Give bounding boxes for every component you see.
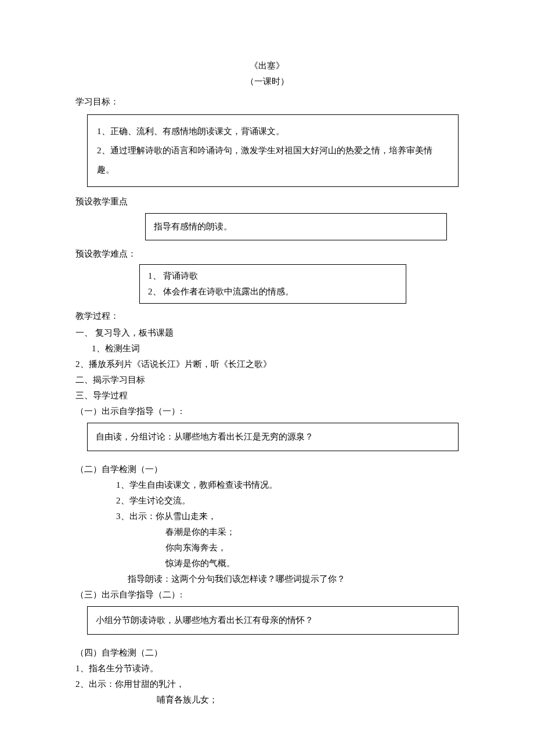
keypoint-text: 指导有感情的朗读。	[154, 218, 438, 235]
process-step3: 三、导学过程	[75, 388, 459, 404]
difficulty-2: 2、 体会作者在诗歌中流露出的情感。	[148, 284, 398, 300]
heading-keypoint: 预设教学重点	[75, 194, 459, 210]
process-step3-4-2: 2、出示：你用甘甜的乳汁，	[75, 676, 459, 692]
process-step3-4-label: （四）自学检测（二）	[75, 645, 459, 661]
objective-2: 2、通过理解诗歌的语言和吟诵诗句，激发学生对祖国大好河山的热爱之情，培养审美情趣…	[97, 141, 449, 179]
heading-process: 教学过程：	[75, 308, 459, 324]
doc-subtitle: （一课时）	[75, 74, 459, 89]
process-step3-4-1: 1、指名生分节读诗。	[75, 661, 459, 676]
process-step1-1: 1、检测生词	[75, 341, 459, 357]
process-step3-3-label: （三）出示自学指导（二）:	[75, 587, 459, 603]
keypoint-box: 指导有感情的朗读。	[145, 213, 447, 240]
selfstudy-box-1: 自由读，分组讨论：从哪些地方看出长江是无穷的源泉？	[87, 423, 459, 451]
selfstudy-box-2: 小组分节朗读诗歌，从哪些地方看出长江有母亲的情怀？	[87, 606, 459, 635]
process-step1: 一、 复习导入，板书课题	[75, 325, 459, 341]
process-step1-2: 2、播放系列片《话说长江》片断，听《长江之歌》	[75, 357, 459, 372]
process-step3-2-3c: 你向东海奔去，	[75, 540, 459, 556]
process-step3-2-1: 1、学生自由读课文，教师检查读书情况。	[75, 477, 459, 493]
process-step3-4-2b: 哺育各族儿女；	[75, 692, 459, 708]
objective-1: 1、正确、流利、有感情地朗读课文，背诵课文。	[97, 122, 449, 141]
selfstudy-text-2: 小组分节朗读诗歌，从哪些地方看出长江有母亲的情怀？	[96, 613, 450, 628]
process-step3-2-2: 2、学生讨论交流。	[75, 493, 459, 509]
process-step3-2-3d: 惊涛是你的气概。	[75, 556, 459, 571]
selfstudy-text-1: 自由读，分组讨论：从哪些地方看出长江是无穷的源泉？	[96, 429, 450, 445]
process-step3-1-label: （一）出示自学指导（一）:	[75, 404, 459, 419]
objectives-box: 1、正确、流利、有感情地朗读课文，背诵课文。 2、通过理解诗歌的语言和吟诵诗句，…	[87, 114, 459, 187]
process-step3-2-3: 3、出示：你从雪山走来，	[75, 509, 459, 524]
process-step3-2-label: （二）自学检测（一）	[75, 462, 459, 477]
difficulty-1: 1、 背诵诗歌	[148, 268, 398, 284]
process-step3-2-3b: 春潮是你的丰采；	[75, 524, 459, 540]
difficulty-box: 1、 背诵诗歌 2、 体会作者在诗歌中流露出的情感。	[139, 264, 406, 304]
process-step3-2-3e: 指导朗读：这两个分句我们该怎样读？哪些词提示了你？	[75, 571, 459, 587]
heading-difficulty: 预设教学难点：	[75, 246, 459, 262]
doc-title: 《出塞》	[75, 58, 459, 74]
heading-objectives: 学习目标：	[75, 94, 459, 110]
process-step2: 二、揭示学习目标	[75, 372, 459, 388]
